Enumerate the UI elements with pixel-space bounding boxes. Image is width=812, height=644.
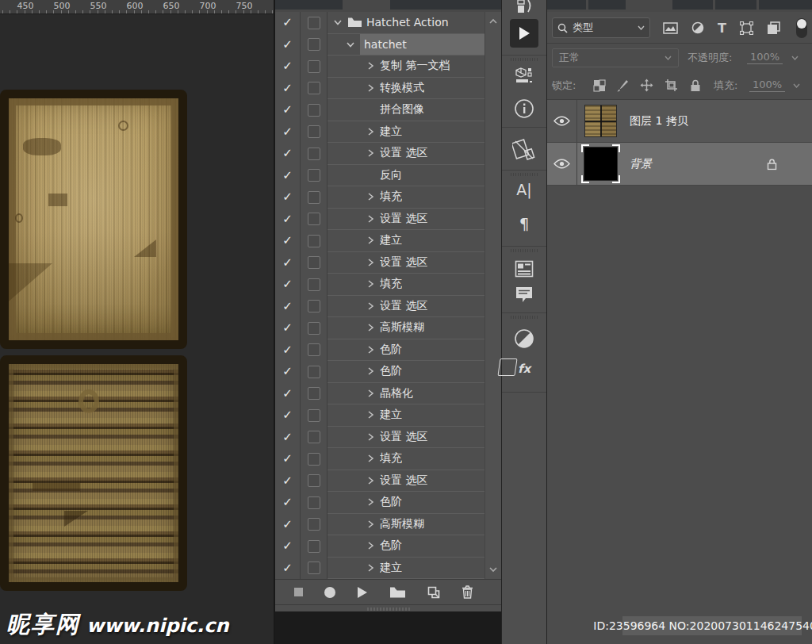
step-include-toggle[interactable]: ✓: [275, 186, 301, 209]
layer-visibility-toggle[interactable]: [547, 143, 577, 185]
opacity-value[interactable]: 100%: [747, 51, 783, 64]
step-include-toggle[interactable]: ✓: [275, 492, 301, 514]
step-content[interactable]: 设置 选区: [327, 296, 486, 318]
chevron-right-icon[interactable]: [365, 410, 376, 420]
step-dialog-toggle[interactable]: [301, 143, 327, 165]
step-include-toggle[interactable]: ✓: [275, 99, 301, 121]
step-content[interactable]: 转换模式: [327, 78, 486, 100]
step-dialog-toggle[interactable]: [301, 404, 327, 427]
step-dialog-toggle[interactable]: [301, 252, 327, 274]
step-dialog-toggle[interactable]: [301, 535, 327, 558]
hidden-tab[interactable]: [715, 0, 756, 10]
set-include-toggle[interactable]: ✓: [275, 12, 301, 34]
adjustment-layer-filter-icon[interactable]: [691, 21, 704, 34]
step-dialog-toggle[interactable]: [301, 230, 327, 252]
layer-thumbnail[interactable]: [584, 148, 617, 180]
action-step-row[interactable]: ✓建立: [275, 121, 503, 144]
action-step-row[interactable]: ✓设置 选区: [275, 427, 503, 449]
chevron-down-icon[interactable]: [791, 56, 799, 60]
step-content[interactable]: 设置 选区: [327, 252, 486, 274]
step-content[interactable]: 设置 选区: [327, 209, 486, 231]
step-include-toggle[interactable]: ✓: [275, 427, 301, 449]
step-content[interactable]: 建立: [327, 404, 486, 427]
chevron-right-icon[interactable]: [365, 301, 376, 311]
layer-row[interactable]: 背景: [547, 143, 812, 186]
action-step-row[interactable]: ✓拼合图像: [275, 99, 503, 121]
scroll-down-icon[interactable]: [485, 566, 501, 573]
shape-layer-filter-icon[interactable]: [740, 21, 753, 35]
scroll-up-icon[interactable]: [485, 18, 501, 25]
canvas-area[interactable]: 450500550600650700750 昵享网www.nipic.cn: [0, 0, 274, 644]
action-step-row[interactable]: ✓建立: [275, 230, 503, 252]
action-step-row[interactable]: ✓色阶: [275, 339, 503, 362]
step-content[interactable]: 建立: [327, 121, 486, 144]
set-dialog-toggle[interactable]: [301, 12, 327, 34]
chevron-right-icon[interactable]: [365, 61, 376, 71]
step-include-toggle[interactable]: ✓: [275, 404, 301, 427]
step-include-toggle[interactable]: ✓: [275, 121, 301, 144]
layer-row[interactable]: 图层 1 拷贝: [547, 100, 812, 143]
lock-artboard-icon[interactable]: [665, 79, 678, 92]
action-step-row[interactable]: ✓反向: [275, 165, 503, 187]
step-include-toggle[interactable]: ✓: [275, 514, 301, 536]
3d-panel-button[interactable]: [515, 67, 534, 84]
step-content[interactable]: 建立: [327, 230, 486, 252]
chevron-right-icon[interactable]: [365, 127, 376, 136]
step-dialog-toggle[interactable]: [301, 317, 327, 339]
step-dialog-toggle[interactable]: [301, 361, 327, 383]
step-dialog-toggle[interactable]: [301, 165, 327, 187]
layer-comps-panel-button[interactable]: [515, 260, 534, 278]
pixel-layer-filter-icon[interactable]: [663, 22, 678, 34]
adjustments-panel-button[interactable]: [514, 328, 534, 349]
action-step-row[interactable]: ✓高斯模糊: [275, 514, 503, 536]
hidden-tab[interactable]: [588, 0, 626, 10]
step-include-toggle[interactable]: ✓: [275, 143, 301, 165]
delete-trash-icon[interactable]: [462, 585, 473, 599]
filter-toggle-switch[interactable]: [796, 18, 807, 38]
step-dialog-toggle[interactable]: [301, 383, 327, 405]
step-dialog-toggle[interactable]: [301, 492, 327, 514]
styles-panel-button[interactable]: fx: [502, 362, 546, 376]
action-include-toggle[interactable]: ✓: [275, 34, 301, 56]
step-include-toggle[interactable]: ✓: [275, 470, 301, 493]
smart-object-filter-icon[interactable]: [767, 21, 780, 35]
play-icon[interactable]: [357, 586, 368, 599]
hidden-tab[interactable]: [390, 0, 501, 10]
step-dialog-toggle[interactable]: [301, 209, 327, 231]
set-content[interactable]: Hatchet Action: [327, 12, 486, 34]
step-dialog-toggle[interactable]: [301, 186, 327, 209]
step-content[interactable]: 复制 第一文档: [327, 56, 486, 78]
step-content[interactable]: 高斯模糊: [327, 317, 486, 339]
step-dialog-toggle[interactable]: [301, 78, 327, 100]
lock-image-pixels-icon[interactable]: [617, 79, 629, 92]
chevron-right-icon[interactable]: [365, 279, 376, 289]
action-step-row[interactable]: ✓高斯模糊: [275, 317, 503, 339]
action-step-row[interactable]: ✓色阶: [275, 361, 503, 383]
step-content[interactable]: 填充: [327, 448, 486, 470]
action-step-row[interactable]: ✓转换模式: [275, 78, 503, 100]
chevron-right-icon[interactable]: [365, 389, 376, 398]
layer-visibility-toggle[interactable]: [547, 100, 577, 142]
stop-icon[interactable]: [294, 588, 303, 596]
layer-name[interactable]: 图层 1 拷贝: [630, 114, 688, 128]
measurement-log-panel-button[interactable]: [512, 138, 536, 162]
clipped-panel-icon[interactable]: [514, 0, 534, 13]
step-dialog-toggle[interactable]: [301, 274, 327, 296]
step-content[interactable]: 设置 选区: [327, 470, 486, 493]
step-dialog-toggle[interactable]: [301, 470, 327, 493]
chevron-right-icon[interactable]: [365, 476, 376, 485]
chevron-right-icon[interactable]: [365, 148, 376, 158]
step-dialog-toggle[interactable]: [301, 296, 327, 318]
hidden-tab[interactable]: [547, 0, 586, 10]
step-dialog-toggle[interactable]: [301, 558, 327, 580]
step-dialog-toggle[interactable]: [301, 339, 327, 362]
action-name-content[interactable]: hatchet: [327, 34, 486, 56]
blend-mode-dropdown[interactable]: 正常: [552, 48, 679, 67]
action-step-row[interactable]: ✓设置 选区: [275, 296, 503, 318]
action-step-row[interactable]: ✓建立: [275, 558, 503, 580]
chevron-right-icon[interactable]: [365, 236, 376, 245]
chevron-down-icon[interactable]: [345, 40, 356, 49]
step-include-toggle[interactable]: ✓: [275, 252, 301, 274]
action-step-row[interactable]: ✓设置 选区: [275, 252, 503, 274]
chevron-right-icon[interactable]: [365, 563, 376, 573]
